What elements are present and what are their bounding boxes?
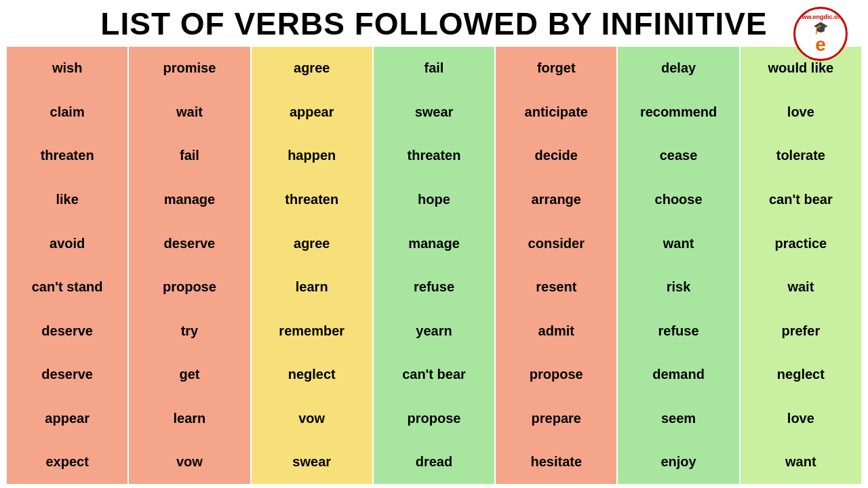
table-cell: demand (618, 352, 738, 396)
table-cell: love (741, 90, 861, 134)
table-cell: prefer (741, 309, 861, 353)
table-cell: arrange (496, 178, 616, 222)
table-cell: tolerate (741, 134, 861, 178)
table-cell: choose (618, 178, 738, 222)
table-cell: can't bear (741, 178, 861, 222)
table-cell: vow (129, 441, 250, 485)
table-cell: refuse (618, 309, 738, 353)
table-cell: deserve (7, 352, 127, 396)
table-cell: forget (496, 47, 616, 91)
column-3: failswearthreatenhopemanagerefuseyearnca… (374, 47, 494, 484)
table-cell: fail (129, 134, 250, 178)
table-cell: enjoy (618, 441, 738, 485)
column-2: agreeappearhappenthreatenagreelearnremem… (252, 47, 372, 484)
table-cell: anticipate (496, 90, 616, 134)
logo-letter: e (815, 35, 826, 54)
table-cell: propose (496, 352, 616, 396)
column-0: wishclaimthreatenlikeavoidcan't standdes… (7, 47, 127, 484)
logo: www.engdic.org 🎓 e (793, 7, 848, 61)
table-container: wishclaimthreatenlikeavoidcan't standdes… (7, 47, 861, 484)
table-cell: like (7, 178, 127, 222)
table-cell: admit (496, 309, 616, 353)
column-6: would likelovetoleratecan't bearpractice… (741, 47, 861, 484)
column-5: delayrecommendceasechoosewantriskrefused… (618, 47, 738, 484)
table-cell: wait (129, 90, 250, 134)
header: LIST OF VERBS FOLLOWED BY INFINITIVE www… (7, 7, 861, 41)
table-cell: threaten (374, 134, 494, 178)
table-cell: want (618, 222, 738, 266)
table-cell: vow (252, 396, 372, 441)
table-cell: remember (252, 309, 372, 353)
table-cell: want (741, 441, 861, 485)
table-cell: can't stand (7, 265, 127, 309)
table-cell: prepare (496, 396, 616, 441)
column-1: promisewaitfailmanagedeserveproposetryge… (129, 47, 250, 484)
table-cell: threaten (7, 134, 127, 178)
logo-cap-icon: 🎓 (813, 20, 828, 35)
table-cell: yearn (374, 309, 494, 353)
table-cell: seem (618, 396, 738, 441)
column-4: forgetanticipatedecidearrangeconsiderres… (496, 47, 616, 484)
logo-url: www.engdic.org (797, 14, 844, 21)
table-cell: swear (374, 90, 494, 134)
table-cell: wish (7, 47, 127, 91)
table-cell: appear (7, 396, 127, 441)
table-cell: decide (496, 134, 616, 178)
table-cell: agree (252, 47, 372, 91)
table-cell: propose (374, 396, 494, 441)
table-cell: claim (7, 90, 127, 134)
table-cell: consider (496, 222, 616, 266)
table-cell: learn (252, 265, 372, 309)
table-cell: delay (618, 47, 738, 91)
table-cell: manage (374, 222, 494, 266)
table-cell: dread (374, 441, 494, 485)
table-cell: deserve (7, 309, 127, 353)
table-cell: cease (618, 134, 738, 178)
table-cell: agree (252, 222, 372, 266)
table-cell: swear (252, 441, 372, 485)
table-cell: risk (618, 265, 738, 309)
page: LIST OF VERBS FOLLOWED BY INFINITIVE www… (0, 0, 868, 488)
table-cell: promise (129, 47, 250, 91)
table-cell: resent (496, 265, 616, 309)
table-cell: happen (252, 134, 372, 178)
table-cell: practice (741, 222, 861, 266)
table-cell: learn (129, 396, 250, 441)
table-cell: try (129, 309, 250, 353)
table-cell: avoid (7, 222, 127, 266)
table-cell: appear (252, 90, 372, 134)
table-cell: threaten (252, 178, 372, 222)
table-cell: neglect (741, 352, 861, 396)
table-cell: refuse (374, 265, 494, 309)
table-cell: manage (129, 178, 250, 222)
table-cell: hope (374, 178, 494, 222)
table-cell: can't bear (374, 352, 494, 396)
table-cell: propose (129, 265, 250, 309)
table-cell: hesitate (496, 441, 616, 485)
page-title: LIST OF VERBS FOLLOWED BY INFINITIVE (7, 7, 861, 41)
table-cell: expect (7, 441, 127, 485)
table-cell: fail (374, 47, 494, 91)
table-cell: get (129, 352, 250, 396)
table-cell: deserve (129, 222, 250, 266)
table-cell: wait (741, 265, 861, 309)
table-grid: wishclaimthreatenlikeavoidcan't standdes… (7, 47, 861, 484)
table-cell: love (741, 396, 861, 441)
table-cell: recommend (618, 90, 738, 134)
table-cell: neglect (252, 352, 372, 396)
